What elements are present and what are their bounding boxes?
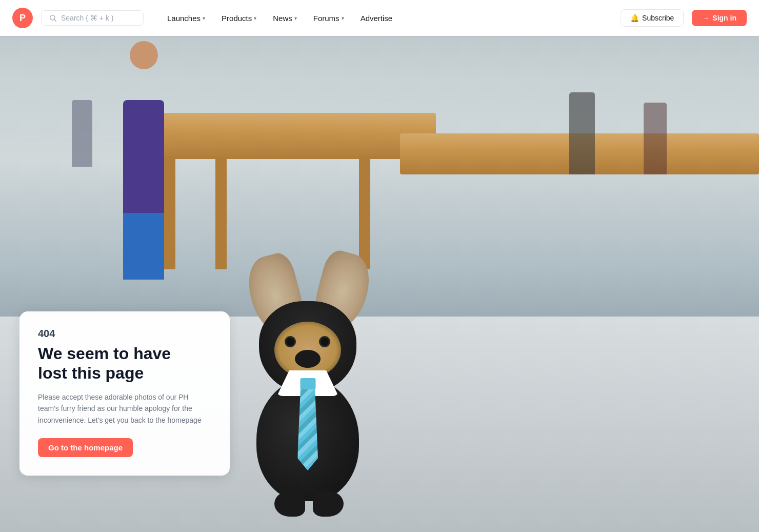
nav-links: Launches ▾ Products ▾ News ▾ Forums ▾ Ad… bbox=[160, 10, 400, 27]
error-title: We seem to have lost this page bbox=[38, 344, 211, 383]
go-to-homepage-button[interactable]: Go to the homepage bbox=[38, 438, 133, 457]
nav-advertise-label: Advertise bbox=[361, 14, 393, 23]
svg-point-0 bbox=[50, 15, 55, 20]
nav-forums-label: Forums bbox=[313, 14, 339, 23]
search-icon bbox=[49, 14, 57, 22]
nav-item-forums[interactable]: Forums ▾ bbox=[306, 10, 351, 27]
navbar: P Search ( ⌘ + k ) Launches ▾ Products ▾… bbox=[0, 0, 759, 36]
signin-icon: → bbox=[702, 14, 709, 22]
chevron-down-icon: ▾ bbox=[342, 15, 344, 21]
search-box[interactable]: Search ( ⌘ + k ) bbox=[41, 10, 144, 26]
chevron-down-icon: ▾ bbox=[294, 15, 297, 21]
nav-item-news[interactable]: News ▾ bbox=[266, 10, 304, 27]
error-title-line2: lost this page bbox=[38, 364, 144, 382]
nav-launches-label: Launches bbox=[167, 14, 201, 23]
chevron-down-icon: ▾ bbox=[203, 15, 205, 21]
nav-item-launches[interactable]: Launches ▾ bbox=[160, 10, 212, 27]
error-code: 404 bbox=[38, 328, 211, 340]
signin-button[interactable]: → Sign in bbox=[692, 10, 747, 26]
subscribe-label: Subscribe bbox=[642, 14, 674, 22]
nav-item-advertise[interactable]: Advertise bbox=[353, 10, 400, 27]
signin-label: Sign in bbox=[712, 14, 736, 22]
nav-news-label: News bbox=[273, 14, 292, 23]
chevron-down-icon: ▾ bbox=[254, 15, 256, 21]
logo-letter: P bbox=[19, 13, 26, 24]
svg-line-1 bbox=[54, 19, 56, 22]
logo[interactable]: P bbox=[12, 8, 33, 28]
bell-icon: 🔔 bbox=[630, 14, 639, 22]
nav-products-label: Products bbox=[222, 14, 252, 23]
error-description: Please accept these adorable photos of o… bbox=[38, 391, 211, 426]
error-title-line1: We seem to have bbox=[38, 344, 171, 363]
subscribe-button[interactable]: 🔔 Subscribe bbox=[621, 9, 684, 27]
nav-item-products[interactable]: Products ▾ bbox=[214, 10, 264, 27]
search-placeholder: Search ( ⌘ + k ) bbox=[61, 14, 113, 22]
error-card: 404 We seem to have lost this page Pleas… bbox=[19, 311, 230, 476]
